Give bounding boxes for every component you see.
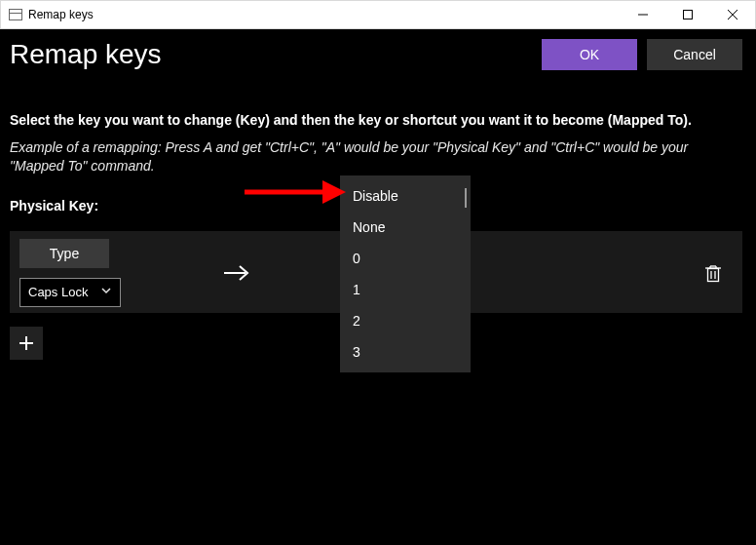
ok-button[interactable]: OK [542, 39, 637, 70]
dropdown-option[interactable]: 2 [341, 305, 470, 336]
dropdown-scrollbar[interactable] [465, 188, 467, 208]
close-button[interactable] [710, 1, 755, 28]
maximize-icon [683, 10, 693, 19]
physical-key-column: Type Caps Lock [10, 231, 166, 315]
titlebar: Remap keys [0, 0, 756, 29]
instruction-text: Select the key you want to change (Key) … [10, 111, 742, 131]
svg-rect-5 [708, 268, 719, 281]
type-button[interactable]: Type [19, 239, 109, 268]
plus-icon [18, 334, 35, 352]
close-icon [728, 10, 737, 19]
maximize-button[interactable] [665, 1, 710, 28]
physical-key-select-value: Caps Lock [28, 285, 88, 299]
chevron-down-icon [100, 285, 112, 299]
mapped-to-dropdown[interactable]: Disable None 0 1 2 3 [340, 175, 471, 372]
delete-column [684, 259, 742, 287]
delete-row-button[interactable] [699, 259, 727, 287]
dropdown-option[interactable]: 3 [341, 336, 470, 368]
example-text: Example of a remapping: Press A and get … [10, 138, 742, 176]
add-remap-button[interactable] [10, 327, 43, 360]
app-icon [9, 9, 22, 20]
dropdown-option[interactable]: None [341, 212, 470, 243]
physical-key-select[interactable]: Caps Lock [19, 278, 121, 307]
arrow-right-icon [222, 261, 251, 285]
svg-rect-1 [684, 11, 693, 19]
minimize-button[interactable] [621, 1, 665, 28]
minimize-icon [638, 10, 648, 19]
dropdown-option[interactable]: Disable [341, 180, 470, 212]
window-title: Remap keys [28, 8, 94, 21]
cancel-button[interactable]: Cancel [647, 39, 742, 70]
dropdown-option[interactable]: 0 [341, 243, 470, 274]
trash-icon [704, 263, 722, 283]
header: Remap keys OK Cancel [0, 29, 756, 78]
dropdown-option[interactable]: 1 [341, 274, 470, 305]
page-title: Remap keys [10, 39, 532, 70]
